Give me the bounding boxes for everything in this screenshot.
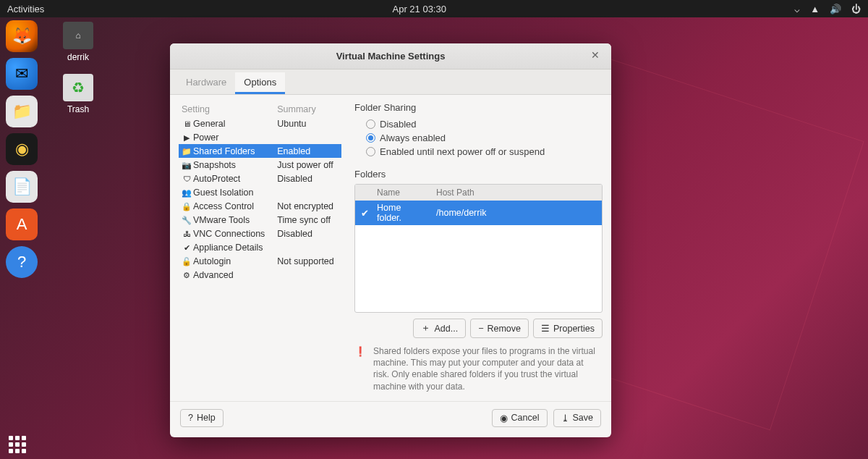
save-icon: ⤓ — [561, 413, 569, 424]
help-icon: ? — [188, 413, 193, 423]
setting-icon: 🔧 — [182, 216, 192, 225]
desktop-home-label: derrik — [56, 52, 100, 62]
warning-icon: ❗ — [354, 345, 366, 392]
settings-row-general[interactable]: 🖥GeneralUbuntu — [179, 117, 341, 130]
power-icon[interactable]: ⏻ — [851, 4, 861, 14]
settings-row-access-control[interactable]: 🔒Access ControlNot encrypted — [179, 199, 341, 213]
setting-icon: 📁 — [182, 147, 192, 156]
folders-table: Name Host Path ✔ Home folder. /home/derr… — [354, 184, 603, 313]
desktop-trash[interactable]: ♻ Trash — [56, 74, 100, 114]
dialog-title: Virtual Machine Settings — [336, 51, 446, 62]
setting-icon: 🔒 — [182, 202, 192, 211]
plus-icon: ＋ — [421, 322, 430, 334]
vm-settings-dialog: Virtual Machine Settings ✕ Hardware Opti… — [170, 43, 611, 437]
col-host-path: Host Path — [430, 185, 602, 201]
col-name: Name — [371, 185, 430, 201]
row-host-path: /home/derrik — [430, 206, 602, 220]
row-check-icon: ✔ — [355, 206, 371, 221]
tab-hardware[interactable]: Hardware — [177, 72, 235, 94]
settings-row-advanced[interactable]: ⚙Advanced — [179, 268, 341, 282]
remove-folder-button[interactable]: −Remove — [470, 319, 529, 338]
minus-icon: − — [478, 324, 483, 334]
folders-title: Folders — [354, 169, 603, 180]
dock-software[interactable]: A — [6, 209, 38, 240]
home-icon: ⌂ — [63, 22, 93, 49]
settings-row-snapshots[interactable]: 📷SnapshotsJust power off — [179, 158, 341, 172]
dialog-titlebar[interactable]: Virtual Machine Settings ✕ — [170, 43, 611, 70]
setting-icon: ✔ — [182, 243, 192, 253]
col-setting: Setting — [179, 102, 274, 117]
trash-icon: ♻ — [63, 74, 93, 101]
gnome-topbar: Activities Apr 21 03:30 ⌵ ▲ 🔊 ⏻ — [0, 0, 868, 17]
settings-row-autologin[interactable]: 🔓AutologinNot supported — [179, 254, 341, 268]
show-applications-button[interactable] — [9, 436, 26, 453]
folder-sharing-radios: Disabled Always enabled Enabled until ne… — [354, 117, 603, 159]
row-name: Home folder. — [371, 201, 430, 225]
setting-icon: 🖥 — [182, 119, 192, 128]
radio-until-poweroff[interactable]: Enabled until next power off or suspend — [366, 145, 603, 159]
bluetooth-icon[interactable]: ⌵ — [794, 4, 800, 14]
help-button[interactable]: ?Help — [180, 409, 224, 427]
settings-row-appliance-details[interactable]: ✔Appliance Details — [179, 240, 341, 254]
settings-list: Setting Summary 🖥GeneralUbuntu▶Power📁Sha… — [179, 102, 341, 392]
dock: 🦊 ✉ 📁 ◉ 📄 A ? — [3, 20, 41, 278]
radio-always-enabled[interactable]: Always enabled — [366, 131, 603, 145]
setting-icon: 🔓 — [182, 257, 192, 266]
dock-rhythmbox[interactable]: ◉ — [6, 133, 38, 165]
dock-files[interactable]: 📁 — [6, 96, 38, 127]
desktop-trash-label: Trash — [56, 104, 100, 114]
cancel-button[interactable]: ◉Cancel — [492, 409, 548, 427]
save-button[interactable]: ⤓Save — [553, 409, 602, 427]
desktop-home-folder[interactable]: ⌂ derrik — [56, 22, 100, 62]
network-icon[interactable]: ▲ — [810, 4, 820, 14]
dock-firefox[interactable]: 🦊 — [6, 20, 38, 52]
folder-row[interactable]: ✔ Home folder. /home/derrik — [355, 201, 602, 225]
setting-icon: 🖧 — [182, 230, 192, 238]
list-icon: ☰ — [541, 323, 550, 334]
settings-row-shared-folders[interactable]: 📁Shared FoldersEnabled — [179, 144, 341, 158]
settings-row-power[interactable]: ▶Power — [179, 130, 341, 144]
settings-row-vmware-tools[interactable]: 🔧VMware ToolsTime sync off — [179, 213, 341, 227]
folder-properties-button[interactable]: ☰Properties — [533, 319, 603, 338]
dialog-tabs: Hardware Options — [170, 70, 611, 95]
setting-icon: 👥 — [182, 188, 192, 198]
setting-icon: 📷 — [182, 161, 192, 170]
dock-thunderbird[interactable]: ✉ — [6, 58, 38, 90]
radio-icon — [366, 133, 375, 143]
setting-icon: ▶ — [182, 133, 192, 143]
col-summary: Summary — [274, 102, 341, 117]
shared-folders-warning: ❗ Shared folders expose your files to pr… — [354, 345, 603, 392]
settings-row-vnc-connections[interactable]: 🖧VNC ConnectionsDisabled — [179, 227, 341, 240]
radio-disabled[interactable]: Disabled — [366, 117, 603, 131]
radio-icon — [366, 147, 375, 156]
col-checkbox — [355, 185, 371, 201]
settings-detail-panel: Folder Sharing Disabled Always enabled E… — [354, 102, 603, 392]
clock[interactable]: Apr 21 03:30 — [392, 4, 446, 14]
setting-icon: ⚙ — [182, 271, 192, 280]
close-icon[interactable]: ✕ — [591, 49, 604, 62]
setting-icon: 🛡 — [182, 174, 192, 183]
tab-options[interactable]: Options — [235, 72, 285, 94]
settings-row-guest-isolation[interactable]: 👥Guest Isolation — [179, 185, 341, 199]
settings-row-autoprotect[interactable]: 🛡AutoProtectDisabled — [179, 172, 341, 185]
cancel-icon: ◉ — [500, 413, 508, 424]
folder-sharing-title: Folder Sharing — [354, 102, 603, 113]
activities-button[interactable]: Activities — [7, 4, 44, 14]
radio-icon — [366, 119, 375, 129]
volume-icon[interactable]: 🔊 — [830, 4, 841, 14]
dock-libreoffice[interactable]: 📄 — [6, 171, 38, 203]
dock-help[interactable]: ? — [6, 246, 38, 278]
add-folder-button[interactable]: ＋Add... — [413, 319, 466, 338]
